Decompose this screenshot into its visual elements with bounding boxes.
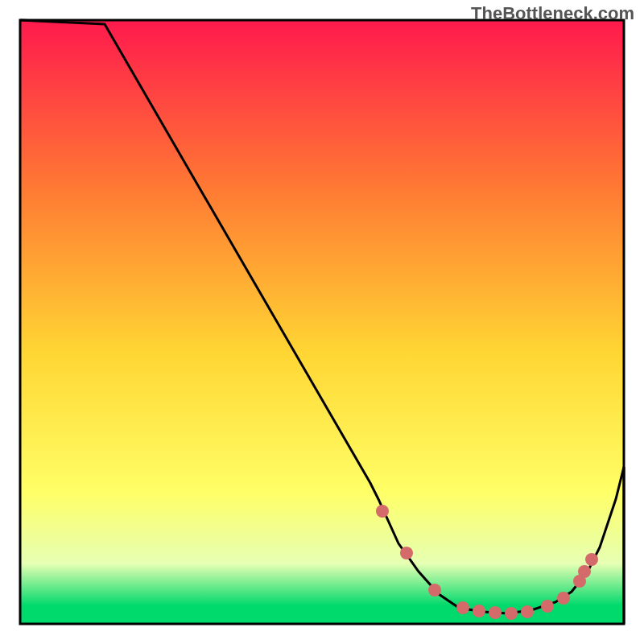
- curve-dot: [505, 607, 518, 620]
- curve-dot: [541, 600, 554, 613]
- curve-dot: [428, 584, 441, 597]
- curve-dot: [557, 592, 570, 605]
- bottleneck-chart: TheBottleneck.com: [0, 0, 644, 644]
- curve-dot: [489, 606, 502, 619]
- curve-dot: [376, 505, 389, 518]
- curve-dot: [400, 547, 413, 559]
- curve-dot: [521, 605, 534, 618]
- curve-dot: [578, 565, 591, 578]
- gradient-background: [20, 20, 624, 624]
- watermark-text: TheBottleneck.com: [471, 3, 634, 24]
- curve-dot: [585, 553, 598, 566]
- curve-dot: [473, 605, 485, 617]
- chart-svg: [0, 0, 644, 644]
- curve-dot: [456, 601, 469, 614]
